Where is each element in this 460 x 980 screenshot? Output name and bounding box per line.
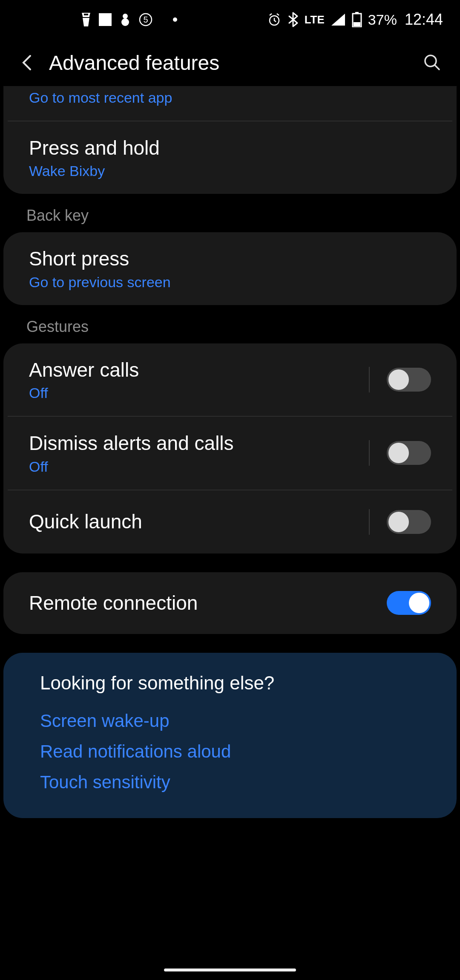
square-icon (99, 13, 112, 26)
dot-icon (173, 17, 177, 22)
svg-rect-10 (354, 22, 360, 26)
snowman-icon (119, 13, 131, 26)
looking-for-title: Looking for something else? (40, 672, 420, 694)
link-screen-wakeup[interactable]: Screen wake-up (40, 711, 420, 731)
setting-subtitle: Off (29, 385, 365, 401)
looking-for-card: Looking for something else? Screen wake-… (3, 653, 457, 818)
status-right: LTE 37% 12:44 (267, 11, 443, 29)
setting-title: Press and hold (29, 136, 431, 161)
power-key-card: Double press Go to most recent app Press… (3, 86, 457, 194)
svg-point-2 (123, 14, 128, 19)
setting-quick-launch[interactable]: Quick launch (8, 490, 452, 553)
setting-subtitle: Wake Bixby (29, 163, 431, 179)
toggle-quick-launch[interactable] (387, 510, 431, 534)
setting-answer-calls[interactable]: Answer calls Off (3, 343, 457, 416)
svg-rect-1 (99, 13, 112, 26)
setting-subtitle: Go to previous screen (29, 274, 431, 291)
svg-text:5: 5 (143, 15, 148, 24)
divider (369, 440, 370, 466)
svg-point-6 (173, 17, 177, 22)
divider (369, 367, 370, 392)
toggle-remote-connection[interactable] (387, 591, 431, 615)
network-lte: LTE (305, 13, 325, 26)
setting-title: Dismiss alerts and calls (29, 431, 365, 456)
divider (369, 509, 370, 535)
cup-icon (81, 13, 91, 26)
setting-remote-connection[interactable]: Remote connection (3, 572, 457, 634)
gestures-card: Answer calls Off Dismiss alerts and call… (3, 343, 457, 553)
link-touch-sensitivity[interactable]: Touch sensitivity (40, 772, 420, 793)
setting-double-press[interactable]: Double press Go to most recent app (3, 86, 457, 121)
setting-title: Remote connection (29, 591, 387, 616)
back-button[interactable] (15, 53, 40, 72)
battery-icon (352, 12, 362, 27)
search-button[interactable] (420, 53, 445, 72)
remote-card: Remote connection (3, 572, 457, 634)
section-gestures: Gestures (0, 305, 460, 343)
setting-press-hold[interactable]: Press and hold Wake Bixby (8, 121, 452, 194)
circle-5-icon: 5 (139, 13, 152, 26)
link-read-notifications[interactable]: Read notifications aloud (40, 741, 420, 762)
toggle-dismiss-alerts[interactable] (387, 441, 431, 465)
setting-title: Answer calls (29, 358, 365, 383)
battery-pct: 37% (368, 12, 397, 28)
alarm-icon (267, 12, 282, 27)
home-indicator[interactable] (164, 968, 296, 971)
setting-title: Quick launch (29, 510, 365, 534)
section-back-key: Back key (0, 194, 460, 232)
status-left: 5 (81, 13, 177, 26)
page-title: Advanced features (49, 51, 420, 75)
app-header: Advanced features (0, 39, 460, 86)
setting-dismiss-alerts[interactable]: Dismiss alerts and calls Off (8, 416, 452, 490)
svg-rect-0 (84, 14, 88, 15)
svg-point-3 (121, 18, 129, 26)
setting-title: Double press (29, 86, 431, 87)
signal-icon (331, 13, 346, 26)
clock: 12:44 (405, 11, 443, 29)
setting-title: Short press (29, 247, 431, 271)
setting-short-press[interactable]: Short press Go to previous screen (3, 232, 457, 305)
setting-subtitle: Go to most recent app (29, 89, 431, 106)
toggle-answer-calls[interactable] (387, 368, 431, 392)
setting-subtitle: Off (29, 458, 365, 475)
bluetooth-icon (288, 12, 299, 27)
status-bar: 5 LTE 37% 12:44 (0, 0, 460, 39)
back-key-card: Short press Go to previous screen (3, 232, 457, 305)
